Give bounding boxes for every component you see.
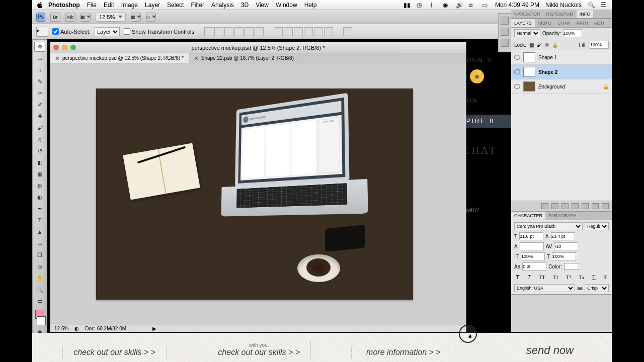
- visibility-toggle-icon[interactable]: [514, 84, 520, 89]
- hscale-input[interactable]: [552, 252, 576, 260]
- 3d-tool[interactable]: ❒: [34, 250, 45, 260]
- wifi-icon[interactable]: ◉: [443, 2, 450, 9]
- eyedropper-tool[interactable]: ✐: [34, 100, 45, 110]
- photoshop-app-icon[interactable]: Ps: [36, 13, 45, 22]
- shape-tool[interactable]: ▭: [34, 238, 45, 248]
- blend-mode-select[interactable]: Normal: [514, 29, 540, 37]
- lasso-tool[interactable]: ⌇: [34, 65, 45, 75]
- show-transform-checkbox[interactable]: Show Transform Controls: [124, 28, 194, 35]
- superscript-button[interactable]: T¹: [566, 274, 571, 281]
- path-select-tool[interactable]: ▲: [34, 227, 45, 237]
- fill-input[interactable]: [590, 41, 609, 49]
- language-select[interactable]: English: USA: [514, 284, 575, 292]
- character-tab[interactable]: CHARACTER: [511, 212, 545, 220]
- status-zoom[interactable]: 12.5%: [54, 326, 68, 331]
- user-name[interactable]: Nikki Nuckols: [545, 2, 582, 9]
- minibridge-button[interactable]: Mb: [65, 13, 75, 22]
- navigator-tab[interactable]: NAVIGATOR: [511, 10, 543, 18]
- close-tab-icon[interactable]: [55, 56, 59, 60]
- notifications-icon[interactable]: ☰: [601, 2, 608, 9]
- window-close-button[interactable]: [53, 45, 59, 50]
- font-style-select[interactable]: Regular: [585, 222, 609, 230]
- font-size-input[interactable]: [519, 232, 543, 240]
- layer-thumbnail[interactable]: [523, 67, 535, 77]
- menu-view[interactable]: View: [256, 2, 269, 9]
- auto-select-target[interactable]: Layer: [95, 27, 120, 36]
- align-vcenter-button[interactable]: [214, 27, 223, 36]
- arrange-documents-button[interactable]: ▦: [131, 13, 141, 22]
- auto-select-checkbox[interactable]: Auto-Select:: [52, 28, 91, 35]
- clone-stamp-tool[interactable]: ⎌: [34, 134, 45, 144]
- leading-input[interactable]: [551, 232, 575, 240]
- paths-tab[interactable]: PATH: [574, 19, 591, 27]
- lock-position-icon[interactable]: ✥: [545, 42, 549, 48]
- menu-3d[interactable]: 3D: [241, 2, 249, 9]
- battery-icon[interactable]: ▮▮: [404, 2, 411, 9]
- layer-thumbnail[interactable]: [523, 81, 535, 92]
- healing-brush-tool[interactable]: ✚: [34, 111, 45, 121]
- zoom-tool[interactable]: 🔍: [34, 285, 45, 295]
- screen-mode-button[interactable]: ▭: [146, 13, 156, 22]
- bluetooth-icon[interactable]: ᚼ: [430, 2, 437, 9]
- info-tab[interactable]: INFO: [577, 10, 594, 18]
- gradient-tool[interactable]: ▦: [34, 169, 45, 179]
- 3d-camera-tool[interactable]: ◎: [34, 261, 45, 272]
- history-brush-tool[interactable]: ↺: [34, 146, 45, 156]
- distribute-vcenter-button[interactable]: [284, 27, 293, 36]
- vscale-input[interactable]: [521, 252, 545, 260]
- align-right-button[interactable]: [255, 27, 264, 36]
- clock[interactable]: Mon 4:09:49 PM: [495, 2, 539, 9]
- web-more-info[interactable]: more information > >: [351, 346, 455, 359]
- web-skills-1[interactable]: check out our skills > >: [62, 346, 167, 359]
- hand-tool[interactable]: ✋: [34, 273, 45, 283]
- menu-analysis[interactable]: Analysis: [211, 2, 234, 9]
- view-extras-button[interactable]: ▦: [80, 13, 91, 22]
- smallcaps-button[interactable]: Tt: [553, 274, 558, 281]
- menu-window[interactable]: Window: [276, 2, 297, 9]
- eraser-tool[interactable]: ◧: [34, 157, 45, 167]
- distribute-top-button[interactable]: [274, 27, 283, 36]
- layer-row-shape2[interactable]: Shape 2: [511, 65, 612, 79]
- volume-icon[interactable]: 🔊: [456, 2, 463, 9]
- antialias-select[interactable]: Crisp: [585, 284, 609, 292]
- underline-button[interactable]: T: [592, 274, 596, 281]
- layers-empty-area[interactable]: [511, 94, 612, 201]
- subscript-button[interactable]: T₁: [579, 274, 585, 281]
- italic-button[interactable]: T: [527, 274, 531, 281]
- distribute-right-button[interactable]: [324, 27, 333, 36]
- opacity-input[interactable]: [563, 29, 582, 37]
- canvas-area[interactable]: DOODLEDOGLET'S CHAT: [50, 63, 459, 325]
- color-swap-icon[interactable]: ⇄: [34, 296, 45, 306]
- actions-tab[interactable]: ACTI: [591, 19, 607, 27]
- document-tab-2[interactable]: Shape 22.psb @ 16.7% (Layer 2, RGB/8): [189, 53, 299, 63]
- lock-all-icon[interactable]: 🔒: [552, 42, 558, 48]
- app-name[interactable]: Photoshop: [48, 2, 80, 9]
- web-send-now[interactable]: send now: [496, 342, 582, 359]
- window-zoom-button[interactable]: [70, 45, 76, 50]
- blur-tool[interactable]: ◍: [34, 180, 45, 191]
- visibility-toggle-icon[interactable]: [514, 55, 520, 60]
- apple-logo-icon[interactable]: [36, 2, 43, 9]
- allcaps-button[interactable]: TT: [539, 274, 545, 281]
- menu-image[interactable]: Image: [121, 2, 138, 9]
- menu-select[interactable]: Select: [167, 2, 184, 9]
- menu-layer[interactable]: Layer: [145, 2, 160, 9]
- delete-layer-icon[interactable]: [602, 203, 609, 209]
- distribute-left-button[interactable]: [304, 27, 313, 36]
- bridge-button[interactable]: Br: [50, 13, 60, 22]
- spotlight-icon[interactable]: 🔍: [588, 2, 595, 9]
- document-titlebar[interactable]: perspective mockup.psd @ 12.5% (Shape 2,…: [50, 42, 466, 53]
- display-icon[interactable]: ▭: [482, 2, 489, 9]
- layer-thumbnail[interactable]: [523, 52, 535, 62]
- menu-file[interactable]: File: [87, 2, 97, 9]
- history-tab[interactable]: HISTO: [535, 19, 554, 27]
- marquee-tool[interactable]: ▭: [34, 53, 45, 63]
- kerning-input[interactable]: [520, 242, 544, 250]
- timemachine-icon[interactable]: ◷: [417, 2, 424, 9]
- adjustment-layer-icon[interactable]: [572, 203, 579, 209]
- histogram-tab[interactable]: HISTOGRAM: [543, 10, 577, 18]
- new-layer-icon[interactable]: [592, 203, 599, 209]
- type-tool[interactable]: T: [34, 215, 45, 225]
- menu-help[interactable]: Help: [304, 2, 317, 9]
- layer-fx-icon[interactable]: [551, 203, 558, 209]
